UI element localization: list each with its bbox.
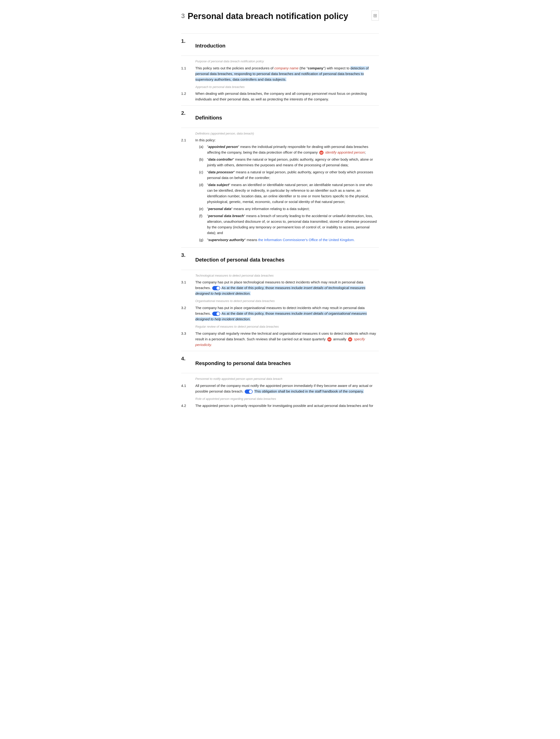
para-4-2: 4.2 The appointed person is primarily re…: [181, 403, 379, 409]
page-number-icon: 3: [181, 11, 185, 21]
divider: [181, 55, 379, 56]
section-3-num: 3.: [181, 251, 190, 259]
subsection-label-1-1: Purpose of personal data breach notifica…: [181, 59, 379, 64]
section-4-heading-row: 4. Responding to personal data breaches: [181, 354, 379, 370]
para-num-3-3: 3.3: [181, 331, 193, 336]
grid-icon[interactable]: ⊞: [372, 11, 379, 20]
para-num-2-1: 2.1: [181, 137, 193, 143]
divider: [181, 270, 379, 270]
list-item-c: (c) "data processor" means a natural or …: [199, 169, 379, 181]
para-text-4-2: The appointed person is primarily respon…: [195, 403, 379, 409]
section-2-num: 2.: [181, 109, 190, 117]
subsection-label-3-1: Technological measures to detect persona…: [181, 273, 379, 278]
divider: [181, 105, 379, 106]
para-3-3: 3.3 The company shall regularly review t…: [181, 331, 379, 348]
page-title-text: Personal data breach notification policy: [188, 9, 348, 23]
list-item-d: (d) "data subject" means an identified o…: [199, 182, 379, 204]
or-badge-3-3-1: or: [327, 337, 331, 341]
para-text-2-1: In this policy: (a) "appointed person" m…: [195, 137, 379, 244]
list-item-g: (g) "supervisory authority" means the In…: [199, 237, 379, 243]
toggle-3-2[interactable]: [212, 312, 220, 316]
section-1-heading-row: 1. Introduction: [181, 37, 379, 52]
list-item-b: (b) "data controller" means the natural …: [199, 157, 379, 168]
section-3-heading-row: 3. Detection of personal data breaches: [181, 251, 379, 266]
section-1-num: 1.: [181, 37, 190, 45]
section-2-heading-row: 2. Definitions: [181, 109, 379, 124]
section-3-heading: Detection of personal data breaches: [195, 256, 284, 264]
page-title: 3 Personal data breach notification poli…: [181, 9, 348, 23]
para-num-1-2: 1.2: [181, 91, 193, 97]
para-num-4-1: 4.1: [181, 383, 193, 389]
para-1-1: 1.1 This policy sets out the policies an…: [181, 65, 379, 82]
para-3-2: 3.2 The company has put in place organis…: [181, 305, 379, 322]
toggle-3-1[interactable]: [212, 286, 220, 290]
para-num-3-1: 3.1: [181, 279, 193, 285]
list-item-e: (e) "personal data" means any informatio…: [199, 206, 379, 212]
subsection-label-4-2: Role of appointed person regarding perso…: [181, 397, 379, 402]
para-text-3-2: The company has put in place organisatio…: [195, 305, 379, 322]
list-item-a: (a) "appointed person" means the individ…: [199, 144, 379, 155]
section-4-num: 4.: [181, 354, 190, 363]
or-badge-3-3-2: or: [348, 337, 352, 341]
para-num-3-2: 3.2: [181, 305, 193, 311]
divider: [181, 351, 379, 351]
toggle-4-1[interactable]: [245, 390, 253, 394]
subsection-label-4-1: Personnel to notify appointed person upo…: [181, 377, 379, 382]
para-text-1-1: This policy sets out the policies and pr…: [195, 65, 379, 82]
subsection-label-3-3: Regular review of measures to detect per…: [181, 324, 379, 329]
title-divider: [181, 33, 379, 34]
para-text-4-1: All personnel of the company must notify…: [195, 383, 379, 394]
definitions-list: (a) "appointed person" means the individ…: [195, 144, 379, 243]
subsection-label-2-1: Definitions (appointed person, data brea…: [181, 131, 379, 136]
subsection-label-1-2: Approach to personal data breaches: [181, 85, 379, 90]
divider: [181, 128, 379, 128]
para-num-4-2: 4.2: [181, 403, 193, 409]
para-text-1-2: When dealing with personal data breaches…: [195, 91, 379, 102]
list-item-f: (f) "personal data breach" means a breac…: [199, 213, 379, 236]
para-4-1: 4.1 All personnel of the company must no…: [181, 383, 379, 394]
para-text-3-3: The company shall regularly review the t…: [195, 331, 379, 348]
para-text-3-1: The company has put in place technologic…: [195, 279, 379, 296]
para-3-1: 3.1 The company has put in place technol…: [181, 279, 379, 296]
subsection-label-3-2: Organisational measures to detect person…: [181, 299, 379, 304]
para-2-1: 2.1 In this policy: (a) "appointed perso…: [181, 137, 379, 244]
para-num-1-1: 1.1: [181, 65, 193, 71]
section-2-heading: Definitions: [195, 114, 222, 122]
para-1-2: 1.2 When dealing with personal data brea…: [181, 91, 379, 102]
section-4-heading: Responding to personal data breaches: [195, 359, 291, 367]
section-1-heading: Introduction: [195, 42, 226, 50]
or-badge-a: or: [319, 151, 323, 155]
